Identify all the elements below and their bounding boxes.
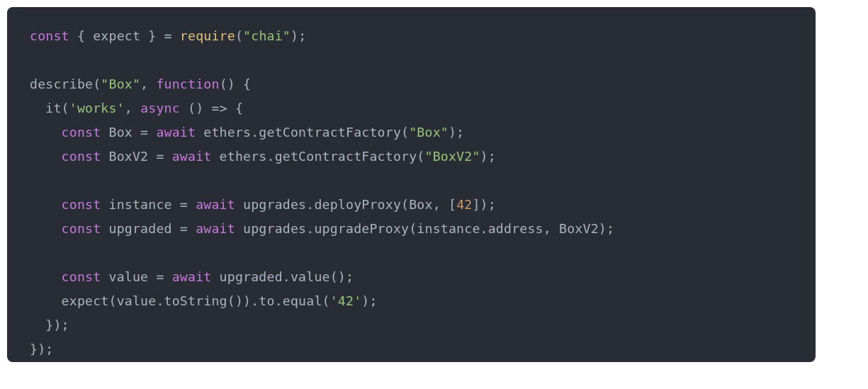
indent bbox=[30, 269, 62, 284]
identifier: BoxV2 = bbox=[101, 149, 171, 164]
indent bbox=[30, 149, 62, 164]
text: () { bbox=[220, 77, 252, 91]
text: } = bbox=[140, 28, 180, 43]
number: 42 bbox=[456, 197, 472, 212]
string: "Box" bbox=[409, 125, 449, 140]
keyword-await: await bbox=[196, 197, 235, 212]
punct: ); bbox=[291, 28, 306, 43]
indent bbox=[30, 293, 62, 308]
fn-describe: describe( bbox=[30, 77, 101, 91]
fn-it: it( bbox=[45, 101, 69, 115]
string: "BoxV2" bbox=[425, 149, 480, 164]
identifier: expect bbox=[93, 28, 140, 43]
indent bbox=[30, 221, 62, 236]
string: 'works' bbox=[69, 101, 125, 115]
punct: , bbox=[125, 101, 140, 115]
text: upgrades.deployProxy(Box, [ bbox=[235, 197, 456, 212]
text: }); bbox=[30, 317, 69, 332]
keyword-await: await bbox=[172, 149, 212, 164]
identifier: instance = bbox=[101, 197, 196, 212]
indent bbox=[30, 197, 62, 212]
keyword-async: async bbox=[140, 101, 180, 115]
code-content: const { expect } = require("chai"); desc… bbox=[30, 24, 793, 361]
fn-require: require bbox=[180, 28, 235, 43]
punct: ]); bbox=[472, 197, 495, 212]
punct: , bbox=[140, 77, 156, 91]
keyword-const: const bbox=[62, 197, 101, 212]
text: }); bbox=[30, 342, 53, 356]
indent bbox=[30, 101, 45, 115]
text: upgraded.value(); bbox=[211, 269, 354, 284]
string: "chai" bbox=[243, 28, 291, 43]
keyword-const: const bbox=[62, 221, 101, 236]
text: expect(value.toString()).to.equal( bbox=[62, 293, 330, 308]
identifier: Box = bbox=[101, 125, 156, 140]
string: "Box" bbox=[101, 77, 140, 91]
keyword-function: function bbox=[156, 77, 219, 91]
indent bbox=[30, 125, 62, 140]
keyword-await: await bbox=[156, 125, 196, 140]
keyword-const: const bbox=[62, 269, 101, 284]
identifier: upgraded = bbox=[101, 221, 196, 236]
string: '42' bbox=[330, 293, 362, 308]
keyword-const: const bbox=[62, 149, 101, 164]
identifier: value = bbox=[101, 269, 171, 284]
text: () => { bbox=[180, 101, 243, 115]
keyword-const: const bbox=[62, 125, 101, 140]
keyword-const: const bbox=[30, 28, 69, 43]
punct: ); bbox=[449, 125, 464, 140]
keyword-await: await bbox=[172, 269, 212, 284]
punct: ); bbox=[480, 149, 496, 164]
text: ethers.getContractFactory( bbox=[196, 125, 409, 140]
punct: ); bbox=[361, 293, 377, 308]
text: upgrades.upgradeProxy(instance.address, … bbox=[235, 221, 614, 236]
punct: ( bbox=[235, 28, 243, 43]
text: ethers.getContractFactory( bbox=[211, 149, 424, 164]
keyword-await: await bbox=[196, 221, 235, 236]
code-block: const { expect } = require("chai"); desc… bbox=[7, 7, 816, 362]
text: { bbox=[69, 28, 93, 43]
